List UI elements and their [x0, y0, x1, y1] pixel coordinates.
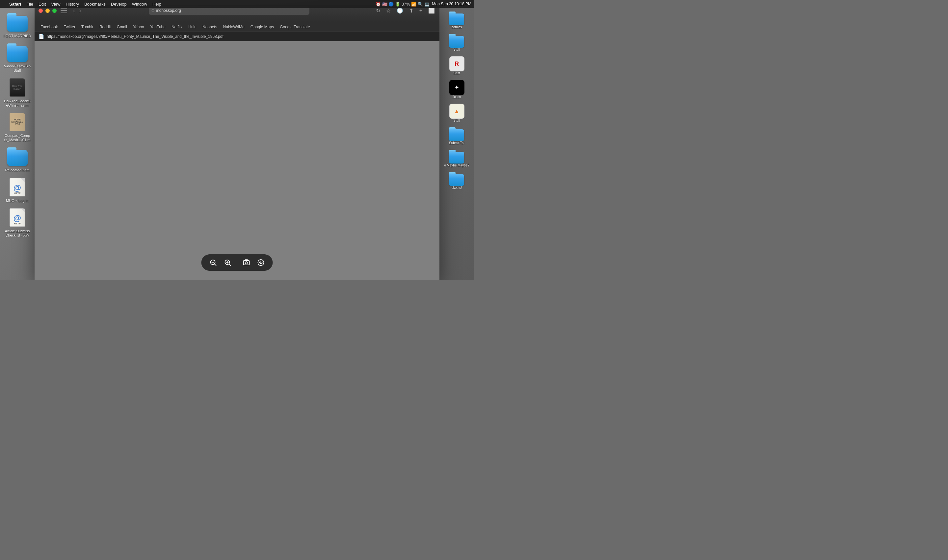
bookmark-nanowrimo[interactable]: NaNoWriMo [220, 24, 247, 30]
url-bar-full: 📄 https://monoskop.org/images/8/80/Merle… [35, 32, 439, 41]
desktop-icon-stuff3[interactable]: ▲ Stuff [442, 103, 472, 124]
desktop-icon-maybe[interactable]: o Maybe Maybe? [442, 149, 472, 168]
icon-label-stuff1: Stuff [453, 48, 460, 52]
icon-label-fiction: fiction [452, 95, 461, 99]
icon-label-comics: comics [452, 25, 462, 29]
share-button[interactable]: ⬆ [408, 8, 414, 14]
desktop-icon-relocated[interactable]: Relocated Item [1, 145, 34, 174]
browser-window: ‹ › ⬡ monoskop.org ↻ ☆ 🕐 ⬆ + ⬜ [35, 5, 439, 280]
reload-button[interactable]: ↻ [375, 8, 381, 14]
desktop-icons-left: I GOT MARRIED Video-Essay-Blo Stuff How … [0, 8, 35, 240]
icon-label-stuff2: Stuff [453, 71, 460, 75]
icon-label-submitto: Submit To! [449, 141, 464, 145]
close-button[interactable] [39, 9, 43, 13]
bookmark-facebook[interactable]: Facebook [38, 24, 60, 30]
bookmark-tumblr[interactable]: Tumblr [79, 24, 96, 30]
snapshot-button[interactable] [240, 256, 253, 269]
desktop-icon-comics[interactable]: comics [442, 11, 472, 30]
pdf-toolbar-divider [237, 258, 237, 267]
icon-label-igotmarried: I GOT MARRIED [4, 34, 31, 38]
menu-develop[interactable]: Develop [111, 2, 127, 6]
desktop-icon-submitto[interactable]: Submit To! [442, 126, 472, 146]
menubar: Safari File Edit View History Bookmarks … [0, 0, 474, 8]
title-bar-right: ↻ ☆ 🕐 ⬆ + ⬜ [375, 8, 435, 14]
bookmark-neopets[interactable]: Neopets [200, 24, 220, 30]
desktop-icon-ckouts[interactable]: ckouts! [442, 171, 472, 191]
menubar-icons: ⏰ 🇺🇸 🔵 🔋 37% 📶 🔍 💻 [376, 2, 429, 6]
desktop-icon-stuff2[interactable]: R Stuff [442, 55, 472, 76]
bookmark-twitter[interactable]: Twitter [61, 24, 78, 30]
menu-edit[interactable]: Edit [39, 2, 46, 6]
icon-label-muologin: MUO < Log In [6, 199, 29, 203]
svg-rect-7 [244, 261, 250, 265]
history-button[interactable]: 🕐 [396, 8, 404, 14]
menu-bookmarks[interactable]: Bookmarks [84, 2, 106, 6]
menu-help[interactable]: Help [153, 2, 161, 6]
pdf-toolbar [202, 254, 273, 271]
icon-label-articlesubmiss: Article Submiss Checklist - XW [3, 229, 32, 238]
menu-window[interactable]: Window [132, 2, 147, 6]
desktop: Safari File Edit View History Bookmarks … [0, 0, 474, 280]
desktop-icon-muologin[interactable]: @ HTTP MUO < Log In [1, 175, 34, 204]
new-tab-button[interactable]: + [419, 8, 423, 14]
minimize-button[interactable] [45, 9, 50, 13]
desktop-icon-articlesubmiss[interactable]: @ HTTP Article Submiss Checklist - XW [1, 206, 34, 239]
zoom-out-button[interactable] [207, 256, 220, 269]
sidebar-toggle[interactable] [60, 8, 67, 13]
menu-view[interactable]: View [51, 2, 60, 6]
icon-label-ckouts: ckouts! [452, 186, 462, 190]
menu-history[interactable]: History [66, 2, 79, 6]
bookmark-yahoo[interactable]: Yahoo [130, 24, 147, 30]
zoom-in-button[interactable] [221, 256, 234, 269]
icon-label-howthegooch: HowTheGoochS eChristmas.m [3, 99, 32, 108]
desktop-icon-howthegooch[interactable]: How TheGooch HowTheGoochS eChristmas.m [1, 76, 34, 109]
pdf-content [35, 41, 439, 280]
desktop-icon-fiction[interactable]: ✦ fiction [442, 79, 472, 100]
bookmark-reddit[interactable]: Reddit [97, 24, 114, 30]
desktop-icon-videoessay[interactable]: Video-Essay-Blo Stuff [1, 41, 34, 74]
desktop-icon-compaq[interactable]: HOMEMIRACLES1950 Compaq_Comp rs_Mash...-… [1, 110, 34, 143]
desktop-icon-stuff1[interactable]: Stuff [442, 33, 472, 53]
tabs-button[interactable]: ⬜ [428, 8, 435, 14]
back-button[interactable]: ‹ [71, 7, 77, 14]
menu-file[interactable]: File [26, 2, 33, 6]
url-text: monoskop.org [156, 8, 181, 13]
bookmark-googletranslate[interactable]: Google Translate [277, 24, 312, 30]
desktop-icons-right: comics Stuff R Stuff ✦ fiction [439, 8, 474, 194]
desktop-icon-igotmarried[interactable]: I GOT MARRIED [1, 11, 34, 40]
bookmark-googlemaps[interactable]: Google Maps [248, 24, 276, 30]
bookmark-gmail[interactable]: Gmail [114, 24, 130, 30]
icon-label-videoessay: Video-Essay-Blo Stuff [3, 64, 32, 73]
svg-point-8 [245, 262, 248, 264]
privacy-icon: ⬡ [151, 9, 155, 13]
bookmark-youtube[interactable]: YouTube [148, 24, 168, 30]
pdf-file-icon: 📄 [39, 34, 44, 39]
icon-label-relocated: Relocated Item [5, 168, 29, 172]
svg-line-6 [229, 264, 231, 266]
download-button[interactable] [254, 256, 268, 269]
full-url-text: https://monoskop.org/images/8/80/Merleau… [47, 34, 224, 39]
window-controls [39, 9, 57, 13]
bookmark-button[interactable]: ☆ [385, 8, 392, 14]
bookmarks-bar: Facebook Twitter Tumblr Reddit Gmail Yah… [35, 22, 439, 32]
icon-label-stuff3: Stuff [453, 119, 460, 123]
svg-line-2 [214, 264, 216, 266]
icon-label-compaq: Compaq_Comp rs_Mash...-01.m [3, 134, 32, 142]
forward-button[interactable]: › [77, 7, 83, 14]
icon-label-maybe: o Maybe Maybe? [444, 163, 469, 168]
app-name[interactable]: Safari [9, 2, 21, 6]
bookmark-hulu[interactable]: Hulu [186, 24, 199, 30]
maximize-button[interactable] [52, 9, 57, 13]
bookmark-netflix[interactable]: Netflix [169, 24, 185, 30]
menubar-time: Mon Sep 20 10:18 PM [432, 2, 472, 6]
